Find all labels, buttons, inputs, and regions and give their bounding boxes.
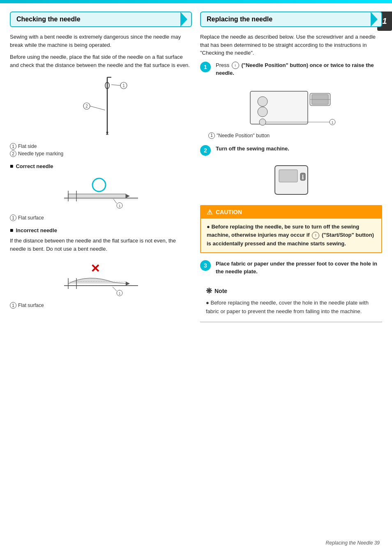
svg-line-5 [111,85,120,85]
step-1-text: Press ↑ ("Needle Position" button) once … [216,61,382,77]
needle-diagram-main: 1 2 [10,73,192,139]
label-needle-type: 2 Needle type marking [10,150,192,157]
note-box: ❊ Note ● Before replacing the needle, co… [200,282,382,322]
caution-header: ⚠ CAUTION [201,206,381,219]
step-3: 3 Place fabric or paper under the presse… [200,260,382,276]
turn-off-diagram: 0 [200,162,382,199]
svg-text:1: 1 [122,83,125,88]
svg-point-31 [258,97,267,106]
correct-needle-diagram: 1 [10,173,192,210]
replacing-needle-heading: Replacing the needle [200,12,382,27]
svg-marker-14 [126,194,130,198]
right-column: 1 Replacing the needle Replace the needl… [200,12,382,329]
svg-line-17 [113,199,117,203]
step-3-text: Place fabric or paper under the presser … [216,260,382,276]
caution-box: ⚠ CAUTION ● Before replacing the needle,… [200,205,382,253]
incorrect-needle-text: If the distance between the needle and t… [10,237,192,253]
step-circle-3: 3 [200,260,211,271]
svg-marker-24 [126,282,130,286]
checking-needle-heading: Checking the needle [10,12,192,27]
step-2: 2 Turn off the sewing machine. [200,145,382,156]
note-body: ● Before replacing the needle, cover the… [206,299,376,316]
needle-position-diagram: 1 [200,83,382,128]
svg-rect-30 [250,91,308,124]
svg-point-32 [258,107,267,117]
svg-text:✕: ✕ [90,262,99,275]
note-header: ❊ Note [206,286,376,295]
svg-text:0: 0 [302,177,304,180]
svg-rect-12 [68,194,126,198]
top-bar [0,0,392,3]
heading-arrow [180,12,192,27]
label-flat-side: 1 Flat side [10,143,192,150]
intro-text-2: Before using the needle, place the flat … [10,53,192,69]
svg-text:1: 1 [118,291,120,295]
step-circle-1: 1 [200,62,211,72]
correct-needle-heading: Correct needle [10,163,192,169]
svg-text:1: 1 [118,204,120,208]
left-column: Checking the needle Sewing with a bent n… [10,12,192,329]
incorrect-needle-heading: Incorrect needle [10,227,192,233]
caution-body: ● Before replacing the needle, be sure t… [201,219,381,252]
checking-needle-title: Checking the needle [16,16,81,23]
page-footer: Replacing the Needle 39 [326,540,380,546]
replacing-needle-title: Replacing the needle [207,16,272,23]
svg-text:2: 2 [85,104,88,108]
svg-text:1: 1 [331,120,333,125]
svg-point-33 [259,119,266,125]
step-2-text: Turn off the sewing machine. [216,145,289,153]
incorrect-needle-label: 1 Flat surface [10,302,192,309]
svg-line-8 [90,106,105,110]
note-icon: ❊ [206,286,212,295]
intro-text-1: Sewing with a bent needle is extremely d… [10,33,192,49]
step-1: 1 Press ↑ ("Needle Position" button) onc… [200,61,382,77]
svg-point-13 [92,178,106,192]
heading-arrow-right [371,12,382,27]
svg-rect-41 [279,170,297,182]
caution-icon: ⚠ [207,208,212,216]
needle-position-label: 1 "Needle Position" button [208,132,382,139]
correct-needle-label: 1 Flat surface [10,215,192,221]
replacing-intro: Replace the needle as described below. U… [200,33,382,57]
step-circle-2: 2 [200,145,211,156]
svg-line-27 [113,287,117,291]
incorrect-needle-diagram: ✕ 1 [10,257,192,298]
diagram-labels: 1 Flat side 2 Needle type marking [10,143,192,157]
